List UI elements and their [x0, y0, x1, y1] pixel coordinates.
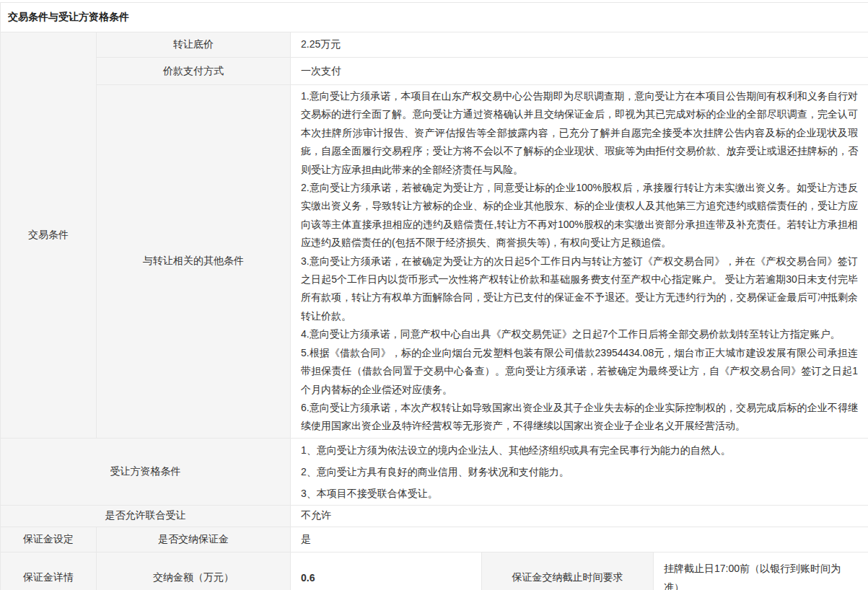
- paragraph: 2.意向受让方须承诺，若被确定为受让方，同意受让标的企业100%股权后，承接履行…: [301, 179, 858, 252]
- row-payment-method: 价款支付方式 一次支付: [1, 58, 868, 85]
- other-conditions-label: 与转让相关的其他条件: [97, 85, 291, 439]
- paragraph: 3、本项目不接受联合体受让。: [301, 483, 858, 504]
- page-title: 交易条件与受让方资格条件: [1, 3, 868, 32]
- deposit-details-group-label: 保证金详情: [1, 552, 97, 590]
- paragraph: 1、意向受让方须为依法设立的境内企业法人、其他经济组织或具有完全民事行为能力的自…: [301, 439, 858, 461]
- joint-transfer-label: 是否允许联合受让: [1, 505, 291, 527]
- row-joint-transfer: 是否允许联合受让 不允许: [1, 505, 868, 527]
- row-transfer-price: 交易条件 转让底价 2.25万元: [1, 32, 868, 58]
- transaction-conditions-group-label: 交易条件: [1, 32, 97, 439]
- transfer-price-value: 2.25万元: [291, 32, 868, 58]
- deposit-deadline-label: 保证金交纳截止时间要求: [482, 552, 654, 590]
- deposit-deadline-value: 挂牌截止日17:00前（以银行到账时间为准）: [654, 552, 868, 590]
- other-conditions-text: 1.意向受让方须承诺，本项目在山东产权交易中心公告期即为尽职调查期，意向受让方在…: [291, 85, 868, 439]
- deposit-required-label: 是否交纳保证金: [97, 527, 291, 552]
- conditions-table: 交易条件与受让方资格条件 交易条件 转让底价 2.25万元 价款支付方式 一次支…: [0, 2, 868, 590]
- paragraph: 4.意向受让方须承诺，同意产权中心自出具《产权交易凭证》之日起7个工作日后将全部…: [301, 325, 858, 343]
- payment-method-value: 一次支付: [291, 58, 868, 85]
- row-other-conditions: 与转让相关的其他条件 1.意向受让方须承诺，本项目在山东产权交易中心公告期即为尽…: [1, 85, 868, 439]
- transfer-price-label: 转让底价: [97, 32, 291, 58]
- deposit-required-value: 是: [291, 527, 868, 552]
- row-deposit-setting: 保证金设定 是否交纳保证金 是: [1, 527, 868, 552]
- joint-transfer-value: 不允许: [291, 505, 868, 527]
- deposit-amount-label: 交纳金额（万元）: [97, 552, 291, 590]
- paragraph: 5.根据《借款合同》，标的企业向烟台元发塑料包装有限公司借款23954434.0…: [301, 344, 858, 399]
- qualification-label: 受让方资格条件: [1, 438, 291, 505]
- qualification-items: 1、意向受让方须为依法设立的境内企业法人、其他经济组织或具有完全民事行为能力的自…: [291, 438, 868, 505]
- deposit-amount-value: 0.6: [291, 552, 482, 590]
- deposit-setting-group-label: 保证金设定: [1, 527, 97, 552]
- payment-method-label: 价款支付方式: [97, 58, 291, 85]
- paragraph: 2、意向受让方具有良好的商业信用、财务状况和支付能力。: [301, 461, 858, 483]
- row-deposit-details: 保证金详情 交纳金额（万元） 0.6 保证金交纳截止时间要求 挂牌截止日17:0…: [1, 552, 868, 590]
- paragraph: 3.意向受让方须承诺，在被确定为受让方的次日起5个工作日内与转让方签订《产权交易…: [301, 252, 858, 326]
- row-qualification: 受让方资格条件 1、意向受让方须为依法设立的境内企业法人、其他经济组织或具有完全…: [1, 438, 868, 505]
- paragraph: 1.意向受让方须承诺，本项目在山东产权交易中心公告期即为尽职调查期，意向受让方在…: [301, 87, 858, 179]
- section-title-row: 交易条件与受让方资格条件: [1, 3, 868, 32]
- paragraph: 6.意向受让方须承诺，本次产权转让如导致国家出资企业及其子企业失去标的企业实际控…: [301, 399, 858, 436]
